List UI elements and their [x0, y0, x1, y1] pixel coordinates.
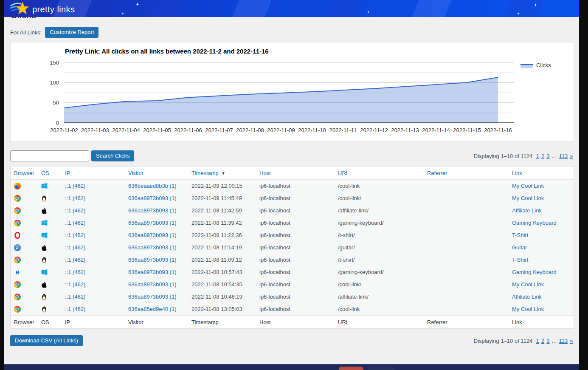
- footer-sort-link-uri[interactable]: URI: [338, 319, 347, 325]
- table-row: ::1 (462)636aa8973b093 (1)2022-11-08 11:…: [11, 254, 574, 266]
- pretty-link-link[interactable]: T-Shirt: [512, 232, 528, 238]
- svg-text:2022-11-02: 2022-11-02: [50, 127, 78, 133]
- pretty-links-logo[interactable]: pretty links: [10, 1, 75, 17]
- pretty-link-link[interactable]: Gaming Keyboard: [512, 269, 557, 275]
- page-link-113[interactable]: 113: [559, 153, 568, 159]
- ip-link[interactable]: ::1 (462): [65, 220, 85, 226]
- ip-link[interactable]: ::1 (462): [65, 269, 85, 275]
- ip-cell: ::1 (462): [62, 229, 125, 241]
- ip-link[interactable]: ::1 (462): [65, 306, 85, 312]
- ip-link[interactable]: ::1 (462): [65, 294, 85, 300]
- pretty-link-link[interactable]: My Cool Link: [512, 195, 544, 201]
- timestamp-cell: 2022-11-08 11:14:19: [188, 241, 256, 254]
- pretty-link-link[interactable]: My Cool Link: [512, 306, 544, 312]
- page-link-»[interactable]: »: [570, 153, 573, 159]
- bottom-promo-banner: [4, 364, 579, 370]
- visitor-link[interactable]: 636aa8973b093 (1): [128, 207, 177, 214]
- visitor-link[interactable]: 636aa8973b093 (1): [128, 294, 177, 300]
- ip-link[interactable]: ::1 (462): [65, 207, 85, 214]
- pretty-link-link[interactable]: Affiliate Link: [512, 207, 542, 214]
- referrer-cell: [424, 303, 509, 316]
- visitor-link[interactable]: 636aa8973b093 (1): [128, 281, 177, 288]
- svg-text:0: 0: [56, 120, 59, 126]
- pretty-link-link[interactable]: My Cool Link: [512, 183, 544, 189]
- svg-text:2022-11-14: 2022-11-14: [422, 127, 450, 133]
- page-link-1[interactable]: 1: [536, 338, 539, 344]
- visitor-link[interactable]: 636aa8973b093 (1): [128, 220, 177, 226]
- sparkle-icon: [121, 12, 124, 15]
- pretty-link-link[interactable]: Gaming Keyboard: [512, 220, 557, 226]
- sort-link-visitor[interactable]: Visitor: [128, 170, 143, 176]
- link-cell: Gaming Keyboard: [509, 266, 574, 278]
- ip-link[interactable]: ::1 (462): [65, 232, 85, 238]
- ip-link[interactable]: ::1 (462): [65, 281, 85, 288]
- footer-sort-link-host[interactable]: Host: [259, 319, 271, 325]
- footer-sort-link-ip[interactable]: IP: [65, 319, 70, 325]
- footer-sort-link-visitor[interactable]: Visitor: [128, 319, 143, 325]
- chrome-browser-icon: [14, 281, 21, 288]
- page-link-3[interactable]: 3: [546, 153, 549, 159]
- pretty-link-link[interactable]: Affiliate Link: [512, 294, 542, 300]
- sort-link-os[interactable]: OS: [41, 170, 49, 176]
- page-link-1[interactable]: 1: [536, 153, 539, 159]
- sort-link-browser[interactable]: Browser: [14, 170, 34, 176]
- os-cell: [38, 192, 62, 204]
- visitor-link[interactable]: 636aa8973b093 (1): [128, 195, 177, 201]
- footer-sort-link-browser[interactable]: Browser: [14, 319, 34, 325]
- browser-cell: e: [11, 266, 38, 278]
- footer-sort-link-os[interactable]: OS: [41, 319, 49, 325]
- timestamp-cell: 2022-11-08 11:09:12: [188, 254, 256, 266]
- footer-sort-link-link[interactable]: Link: [512, 319, 522, 325]
- customize-report-button[interactable]: Customize Report: [45, 27, 98, 38]
- search-clicks-button[interactable]: Search Clicks: [91, 150, 134, 161]
- sparkle-icon: [367, 11, 370, 14]
- referrer-cell: [424, 229, 509, 241]
- visitor-link[interactable]: 636aa8973b093 (1): [128, 244, 177, 251]
- ip-link[interactable]: ::1 (462): [65, 183, 85, 189]
- sort-link-ip[interactable]: IP: [65, 170, 70, 176]
- apple-os-icon: [41, 244, 48, 251]
- footer-column-header-host: Host: [256, 316, 335, 329]
- footer-column-header-os: OS: [38, 316, 62, 329]
- page-link-3[interactable]: 3: [546, 338, 549, 344]
- visitor-link[interactable]: 636beaaed8b3b (1): [128, 183, 177, 189]
- linux-os-icon: [41, 294, 48, 300]
- visitor-link[interactable]: 636aa8973b093 (1): [128, 269, 177, 275]
- sort-link-timestamp[interactable]: Timestamp: [191, 170, 219, 176]
- ip-link[interactable]: ::1 (462): [65, 195, 85, 201]
- visitor-link[interactable]: 636aa8973b093 (1): [128, 232, 177, 238]
- column-header-host: Host: [256, 167, 335, 180]
- ip-link[interactable]: ::1 (462): [65, 244, 85, 251]
- displaying-count: Displaying 1–10 of 1124: [474, 153, 533, 159]
- sort-link-referrer[interactable]: Referrer: [427, 170, 447, 176]
- timestamp-cell: 2022-11-08 11:39:42: [188, 217, 256, 229]
- ip-link[interactable]: ::1 (462): [65, 257, 85, 263]
- browser-cell: [11, 278, 38, 291]
- referrer-cell: [424, 291, 509, 303]
- table-row: e::1 (462)636aa8973b093 (1)2022-11-08 10…: [11, 266, 574, 278]
- os-cell: [38, 217, 62, 229]
- host-cell: ip6-localhost: [256, 217, 335, 229]
- page-link-»[interactable]: »: [570, 338, 573, 344]
- referrer-cell: [424, 180, 509, 192]
- page-link-113[interactable]: 113: [559, 338, 568, 344]
- pretty-link-link[interactable]: My Cool Link: [512, 281, 544, 288]
- sort-link-uri[interactable]: URI: [338, 170, 347, 176]
- promo-dark-button[interactable]: [368, 367, 394, 370]
- browser-cell: [11, 241, 38, 254]
- visitor-link[interactable]: 636aa8973b093 (1): [128, 257, 177, 263]
- page-link-2[interactable]: 2: [541, 338, 544, 344]
- link-cell: Guitar: [509, 241, 574, 254]
- sort-link-host[interactable]: Host: [259, 170, 271, 176]
- pretty-link-link[interactable]: Guitar: [512, 244, 527, 251]
- page-link-2[interactable]: 2: [541, 153, 544, 159]
- os-cell: [38, 204, 62, 217]
- sort-link-link[interactable]: Link: [512, 170, 522, 176]
- footer-sort-link-referrer[interactable]: Referrer: [427, 319, 447, 325]
- download-csv-button[interactable]: Download CSV (All Links): [10, 335, 83, 346]
- footer-sort-link-timestamp[interactable]: Timestamp: [191, 319, 219, 325]
- search-input[interactable]: [10, 150, 89, 161]
- promo-red-button[interactable]: [339, 367, 363, 370]
- visitor-link[interactable]: 636aa85ed9e40 (1): [128, 306, 177, 312]
- pretty-link-link[interactable]: T-Shirt: [512, 257, 528, 263]
